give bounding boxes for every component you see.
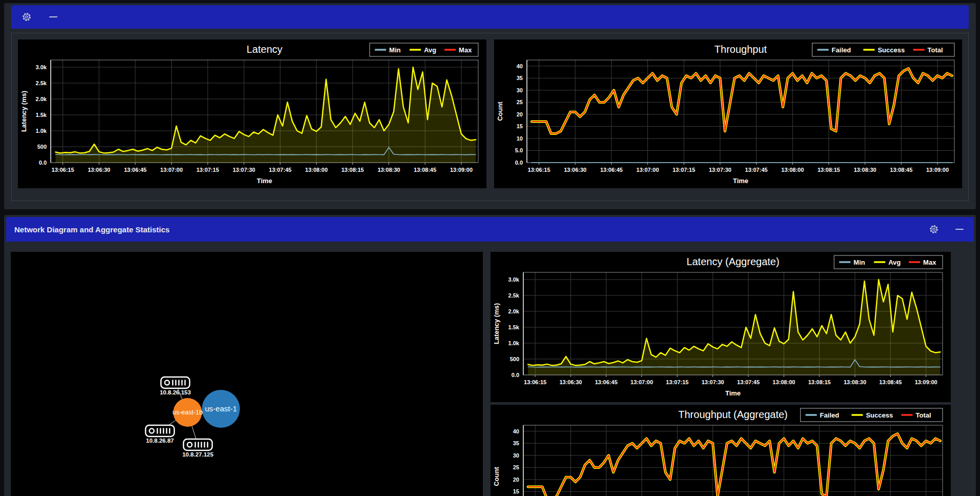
device-node-10.8.26.153[interactable]: 10.8.26.153 xyxy=(160,377,191,395)
y-tick-label: 25 xyxy=(516,99,522,105)
x-tick-label: 13:08:15 xyxy=(808,379,831,385)
network-panel-header: Network Diagram and Aggregate Statistics xyxy=(6,217,974,242)
settings-button[interactable] xyxy=(928,223,940,235)
device-node-10.8.26.87[interactable]: 10.8.26.87 xyxy=(146,425,174,444)
device-label: 10.8.26.153 xyxy=(160,389,191,395)
latency-aggregate-chart[interactable]: 0.05001.0k1.5k2.0k2.5k3.0k13:06:1513:06:… xyxy=(491,252,951,402)
svg-text:Avg: Avg xyxy=(424,46,436,54)
x-tick-label: 13:07:30 xyxy=(708,167,731,173)
x-tick-label: 13:08:45 xyxy=(890,167,912,173)
x-tick-label: 13:06:15 xyxy=(527,167,550,173)
x-tick-label: 13:09:00 xyxy=(915,379,937,385)
y-tick-label: 25 xyxy=(513,464,519,470)
y-axis-label: Latency (ms) xyxy=(493,303,500,344)
svg-text:Success: Success xyxy=(877,46,905,54)
legend: MinAvgMax xyxy=(834,255,943,269)
svg-text:Success: Success xyxy=(866,411,893,419)
svg-text:Total: Total xyxy=(927,46,943,54)
throughput-chart[interactable]: 0.05.01015202530354013:06:1513:06:3013:0… xyxy=(494,39,963,188)
x-tick-label: 13:08:30 xyxy=(378,167,400,173)
charts-panel-header xyxy=(11,5,969,29)
x-axis-label: Time xyxy=(725,389,741,397)
svg-text:Max: Max xyxy=(923,259,936,266)
x-tick-label: 13:07:00 xyxy=(160,167,183,173)
y-tick-label: 3.0k xyxy=(36,64,47,70)
x-tick-label: 13:07:15 xyxy=(666,379,688,385)
y-tick-label: 15 xyxy=(513,488,519,494)
network-diagram[interactable]: us-east-1us-east-1b10.8.26.15310.8.26.87… xyxy=(11,252,483,496)
x-tick-label: 13:08:30 xyxy=(853,167,876,173)
y-tick-label: 40 xyxy=(516,63,522,69)
legend: MinAvgMax xyxy=(370,43,478,56)
x-tick-label: 13:09:00 xyxy=(926,167,948,173)
y-tick-label: 2.5k xyxy=(508,292,520,299)
y-tick-label: 15 xyxy=(516,123,522,129)
x-tick-label: 13:06:15 xyxy=(52,167,74,173)
collapse-button[interactable] xyxy=(47,11,59,23)
x-tick-label: 13:06:30 xyxy=(564,167,586,173)
series-line-total xyxy=(528,434,940,496)
y-tick-label: 0.0 xyxy=(39,160,47,166)
charts-panel: 0.05001.0k1.5k2.0k2.5k3.0k13:06:1513:06:… xyxy=(4,3,976,209)
network-node-us-east-1b[interactable]: us-east-1b xyxy=(172,398,202,427)
svg-text:Min: Min xyxy=(853,259,865,266)
y-tick-label: 500 xyxy=(37,144,47,150)
collapse-button[interactable] xyxy=(953,223,966,235)
y-axis-label: Latency (ms) xyxy=(20,91,28,132)
x-tick-label: 13:06:45 xyxy=(124,167,147,173)
x-tick-label: 13:08:15 xyxy=(817,167,840,173)
throughput-aggregate-chart[interactable]: 0.05.01015202530354013:06:1513:06:3013:0… xyxy=(491,405,951,496)
panel-title: Network Diagram and Aggregate Statistics xyxy=(14,225,928,234)
x-tick-label: 13:06:45 xyxy=(595,379,618,385)
x-tick-label: 13:07:30 xyxy=(702,379,724,385)
network-panel-content: us-east-1us-east-1b10.8.26.15310.8.26.87… xyxy=(11,252,976,496)
svg-text:Avg: Avg xyxy=(888,259,901,266)
y-tick-label: 30 xyxy=(513,452,519,459)
y-tick-label: 0.0 xyxy=(512,372,519,378)
y-tick-label: 2.5k xyxy=(36,80,47,86)
x-tick-label: 13:07:15 xyxy=(196,167,219,173)
y-tick-label: 0.0 xyxy=(515,160,522,166)
legend: FailedSuccessTotal xyxy=(801,408,943,422)
x-tick-label: 13:08:00 xyxy=(305,167,328,173)
x-axis-label: Time xyxy=(732,177,748,185)
x-tick-label: 13:06:30 xyxy=(559,379,582,385)
latency-chart[interactable]: 0.05001.0k1.5k2.0k2.5k3.0k13:06:1513:06:… xyxy=(18,39,486,188)
y-tick-label: 20 xyxy=(516,111,522,117)
y-tick-label: 1.5k xyxy=(36,112,47,118)
svg-text:us-east-1: us-east-1 xyxy=(205,404,237,413)
device-node-10.8.27.125[interactable]: 10.8.27.125 xyxy=(182,439,214,458)
settings-button[interactable] xyxy=(21,11,33,23)
chart-title: Latency xyxy=(247,44,282,55)
x-tick-label: 13:08:00 xyxy=(772,379,795,385)
minus-icon xyxy=(49,16,57,17)
x-axis-label: Time xyxy=(257,177,272,185)
x-tick-label: 13:07:30 xyxy=(233,167,255,173)
x-tick-label: 13:07:15 xyxy=(672,167,695,173)
x-tick-label: 13:07:00 xyxy=(630,379,653,385)
svg-text:us-east-1b: us-east-1b xyxy=(172,409,202,416)
x-tick-label: 13:07:45 xyxy=(745,167,767,173)
y-tick-label: 35 xyxy=(513,440,519,446)
x-tick-label: 13:08:00 xyxy=(781,167,804,173)
y-tick-label: 3.0k xyxy=(508,276,520,283)
network-diagram-panel: Network Diagram and Aggregate Statistics… xyxy=(4,215,976,496)
svg-text:Failed: Failed xyxy=(831,46,851,54)
x-tick-label: 13:07:45 xyxy=(269,167,292,173)
x-tick-label: 13:09:00 xyxy=(450,167,473,173)
svg-text:Min: Min xyxy=(389,46,400,54)
x-tick-label: 13:08:45 xyxy=(879,379,902,385)
svg-text:Failed: Failed xyxy=(820,411,840,419)
network-node-us-east-1[interactable]: us-east-1 xyxy=(202,390,240,428)
svg-text:Max: Max xyxy=(459,46,472,54)
y-tick-label: 500 xyxy=(510,356,519,362)
y-tick-label: 2.0k xyxy=(508,308,520,314)
device-label: 10.8.26.87 xyxy=(146,438,174,444)
minus-icon xyxy=(955,229,964,230)
y-axis-label: Count xyxy=(493,467,500,486)
x-tick-label: 13:08:45 xyxy=(414,167,436,173)
x-tick-label: 13:07:00 xyxy=(636,167,659,173)
gear-icon xyxy=(929,224,939,234)
y-tick-label: 1.5k xyxy=(508,324,520,330)
device-label: 10.8.27.125 xyxy=(182,451,214,458)
